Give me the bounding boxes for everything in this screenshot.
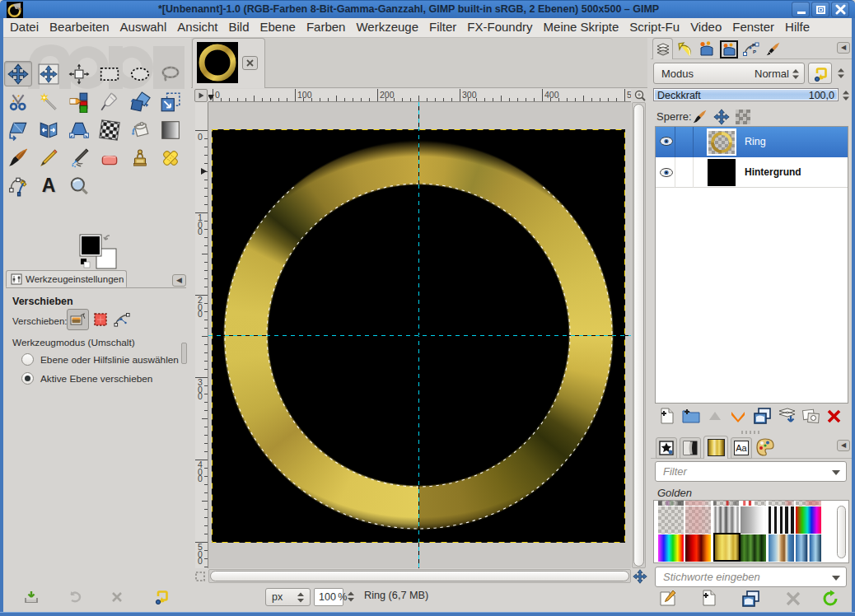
svg-text:P: P xyxy=(752,43,755,48)
svg-text:P: P xyxy=(753,49,756,54)
